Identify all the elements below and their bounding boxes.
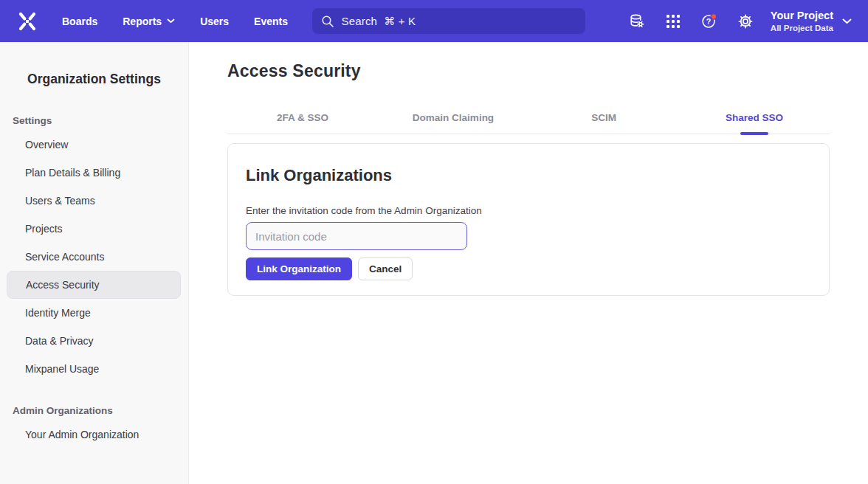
nav-boards[interactable]: Boards xyxy=(62,15,97,27)
tab-shared-sso[interactable]: Shared SSO xyxy=(679,101,830,134)
notification-dot xyxy=(711,13,716,18)
topbar-icons: ? xyxy=(628,13,754,30)
sidebar-title: Organization Settings xyxy=(0,72,188,87)
sidebar-item-overview[interactable]: Overview xyxy=(7,131,181,159)
search-icon xyxy=(321,15,334,28)
chevron-down-icon xyxy=(842,18,852,24)
nav-events[interactable]: Events xyxy=(254,15,288,27)
card-title: Link Organizations xyxy=(246,166,811,185)
nav-events-label: Events xyxy=(254,15,288,27)
tab-2fa-sso[interactable]: 2FA & SSO xyxy=(227,101,378,134)
project-switcher[interactable]: Your Project All Project Data xyxy=(771,9,852,34)
project-name: Your Project xyxy=(771,9,833,23)
search-placeholder: Search xyxy=(341,15,377,27)
tab-domain-claiming-label: Domain Claiming xyxy=(413,112,494,123)
project-subtitle: All Project Data xyxy=(771,23,833,34)
sidebar-item-plan-details-billing[interactable]: Plan Details & Billing xyxy=(7,159,181,187)
sidebar-item-your-admin-organization[interactable]: Your Admin Organization xyxy=(7,421,181,449)
sidebar-section-admin-organizations: Admin Organizations xyxy=(13,405,188,416)
cancel-button[interactable]: Cancel xyxy=(358,257,413,280)
active-tab-underline xyxy=(740,132,768,135)
help-icon[interactable]: ? xyxy=(700,13,718,30)
access-security-tabs: 2FA & SSO Domain Claiming SCIM Shared SS… xyxy=(227,101,830,134)
data-management-icon[interactable] xyxy=(628,13,646,30)
nav-users-label: Users xyxy=(200,15,229,27)
nav-users[interactable]: Users xyxy=(200,15,229,27)
main-content: Access Security 2FA & SSO Domain Claimin… xyxy=(189,42,868,484)
chevron-down-icon xyxy=(167,18,175,24)
card-actions: Link Organization Cancel xyxy=(246,257,811,280)
tab-domain-claiming[interactable]: Domain Claiming xyxy=(378,101,528,134)
tab-scim-label: SCIM xyxy=(591,112,616,123)
sidebar-section-settings: Settings xyxy=(13,115,188,126)
sidebar-item-projects[interactable]: Projects xyxy=(7,215,181,243)
search-shortcut: ⌘ + K xyxy=(384,15,416,28)
link-organizations-card: Link Organizations Enter the invitation … xyxy=(227,143,830,296)
mixpanel-logo-icon xyxy=(15,10,40,32)
project-switcher-labels: Your Project All Project Data xyxy=(771,9,833,34)
sidebar-item-data-privacy[interactable]: Data & Privacy xyxy=(7,327,181,355)
sidebar-item-access-security[interactable]: Access Security xyxy=(7,271,181,299)
tab-2fa-sso-label: 2FA & SSO xyxy=(277,112,328,123)
page-title: Access Security xyxy=(227,61,830,81)
settings-list: Overview Plan Details & Billing Users & … xyxy=(0,131,188,383)
apps-grid-icon[interactable] xyxy=(664,13,682,30)
admin-organizations-list: Your Admin Organization xyxy=(0,421,188,449)
search-input[interactable]: Search ⌘ + K xyxy=(312,8,585,34)
invitation-code-input[interactable] xyxy=(246,222,467,250)
sidebar-item-users-teams[interactable]: Users & Teams xyxy=(7,187,181,215)
invitation-code-description: Enter the invitation code from the Admin… xyxy=(246,205,811,216)
mixpanel-logo[interactable] xyxy=(15,10,40,32)
sidebar-item-identity-merge[interactable]: Identity Merge xyxy=(7,299,181,327)
nav-reports[interactable]: Reports xyxy=(123,15,175,27)
settings-gear-icon[interactable] xyxy=(737,13,754,30)
nav-reports-label: Reports xyxy=(123,15,162,27)
nav-boards-label: Boards xyxy=(62,15,97,27)
sidebar-item-mixpanel-usage[interactable]: Mixpanel Usage xyxy=(7,355,181,383)
topbar: Boards Reports Users Events Search ⌘ + K xyxy=(0,0,868,42)
tab-shared-sso-label: Shared SSO xyxy=(726,112,783,123)
svg-text:?: ? xyxy=(706,16,711,25)
org-settings-sidebar: Organization Settings Settings Overview … xyxy=(0,42,189,484)
link-organization-button[interactable]: Link Organization xyxy=(246,257,352,280)
tab-scim[interactable]: SCIM xyxy=(528,101,679,134)
top-nav: Boards Reports Users Events xyxy=(62,15,288,27)
sidebar-item-service-accounts[interactable]: Service Accounts xyxy=(7,243,181,271)
